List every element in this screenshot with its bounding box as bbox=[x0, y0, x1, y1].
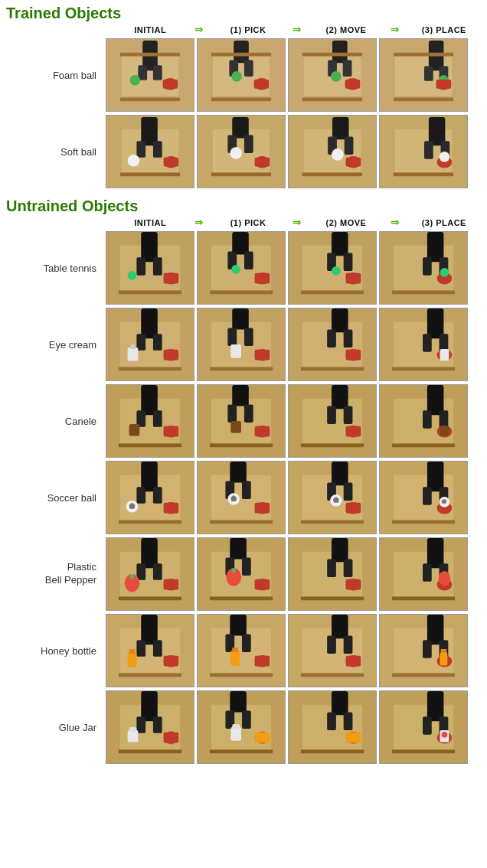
robot-img-soccer-pick bbox=[197, 461, 286, 534]
svg-rect-139 bbox=[427, 308, 444, 338]
svg-rect-70 bbox=[424, 141, 433, 159]
svg-rect-28 bbox=[302, 97, 362, 101]
list-item: Canele bbox=[0, 384, 487, 458]
robot-img-tennis-pick bbox=[197, 231, 286, 305]
robot-img-honey-pick bbox=[197, 614, 286, 687]
svg-rect-14 bbox=[244, 60, 253, 77]
svg-rect-319 bbox=[301, 749, 364, 753]
svg-rect-263 bbox=[119, 673, 181, 677]
svg-rect-259 bbox=[128, 652, 137, 667]
arrow-2: ⇒ bbox=[293, 24, 302, 35]
svg-rect-328 bbox=[392, 749, 455, 753]
svg-rect-268 bbox=[242, 634, 251, 652]
svg-rect-33 bbox=[424, 66, 433, 81]
robot-img-canele-move bbox=[288, 384, 377, 458]
svg-rect-100 bbox=[346, 273, 361, 284]
svg-point-25 bbox=[331, 71, 342, 82]
svg-rect-136 bbox=[301, 367, 364, 370]
trained-header: INITIAL ⇒ (1) PICK ⇒ (2) MOVE ⇒ (3) PLAC… bbox=[107, 24, 487, 35]
svg-rect-280 bbox=[346, 656, 361, 667]
robot-img-eyecream-place bbox=[379, 308, 468, 381]
svg-rect-237 bbox=[210, 596, 273, 600]
svg-rect-166 bbox=[327, 406, 336, 424]
svg-rect-91 bbox=[255, 273, 270, 284]
svg-rect-245 bbox=[301, 596, 364, 600]
robot-img-tennis-move bbox=[288, 231, 377, 305]
svg-rect-101 bbox=[301, 290, 364, 294]
svg-rect-222 bbox=[153, 563, 162, 580]
svg-rect-162 bbox=[210, 443, 273, 447]
svg-rect-12 bbox=[234, 41, 249, 63]
svg-rect-19 bbox=[211, 53, 271, 57]
svg-rect-304 bbox=[230, 691, 247, 712]
svg-rect-249 bbox=[423, 563, 432, 582]
svg-point-89 bbox=[231, 265, 240, 274]
robot-img-soccer-place bbox=[379, 461, 468, 534]
svg-rect-116 bbox=[131, 344, 136, 349]
robot-img-honey-place bbox=[379, 614, 468, 687]
svg-rect-217 bbox=[392, 520, 455, 524]
untrained-section: Untrained Objects INITIAL ⇒ (1) PICK ⇒ (… bbox=[0, 191, 487, 764]
svg-rect-260 bbox=[129, 649, 136, 654]
svg-rect-183 bbox=[153, 487, 162, 504]
object-label-pepper: PlasticBell Pepper bbox=[0, 561, 106, 587]
svg-rect-301 bbox=[119, 749, 181, 753]
arrow-1: ⇒ bbox=[194, 24, 204, 35]
robot-img-pepper-move bbox=[288, 537, 377, 611]
robot-img-foam-pick bbox=[197, 38, 286, 112]
svg-rect-193 bbox=[242, 481, 251, 499]
svg-rect-24 bbox=[343, 60, 352, 77]
svg-rect-203 bbox=[344, 482, 353, 501]
svg-rect-66 bbox=[302, 172, 362, 176]
robot-img-honey-initial bbox=[106, 614, 194, 687]
svg-point-5 bbox=[130, 75, 141, 86]
svg-rect-197 bbox=[255, 503, 270, 514]
svg-rect-113 bbox=[136, 334, 145, 351]
svg-rect-318 bbox=[346, 733, 361, 743]
svg-rect-56 bbox=[255, 158, 270, 167]
svg-rect-315 bbox=[327, 712, 336, 730]
object-label-tennis: Table tennis bbox=[0, 263, 106, 274]
svg-rect-153 bbox=[119, 443, 181, 447]
svg-rect-123 bbox=[227, 328, 237, 346]
svg-rect-182 bbox=[136, 487, 145, 504]
svg-rect-143 bbox=[440, 349, 449, 361]
svg-rect-289 bbox=[441, 649, 447, 653]
svg-rect-306 bbox=[242, 710, 251, 729]
svg-rect-285 bbox=[423, 640, 432, 658]
svg-rect-161 bbox=[255, 426, 270, 437]
svg-rect-165 bbox=[332, 385, 348, 409]
robot-img-tennis-place bbox=[379, 231, 468, 305]
svg-rect-316 bbox=[344, 712, 353, 730]
svg-point-54 bbox=[230, 147, 242, 159]
svg-rect-105 bbox=[423, 257, 432, 276]
robot-img-pepper-pick bbox=[197, 537, 286, 611]
object-label-foam: Foam ball bbox=[0, 70, 106, 81]
svg-rect-226 bbox=[164, 579, 179, 590]
list-item: Soft ball bbox=[0, 115, 487, 188]
svg-rect-82 bbox=[164, 273, 179, 284]
svg-rect-308 bbox=[232, 724, 240, 729]
svg-rect-51 bbox=[232, 117, 249, 138]
svg-rect-135 bbox=[346, 350, 361, 361]
svg-rect-7 bbox=[163, 80, 178, 89]
image-strip-glue bbox=[106, 690, 468, 764]
svg-rect-201 bbox=[332, 462, 348, 485]
object-label-glue: Glue Jar bbox=[0, 722, 106, 733]
svg-rect-224 bbox=[131, 574, 134, 579]
svg-rect-115 bbox=[128, 348, 139, 361]
svg-rect-132 bbox=[327, 329, 336, 348]
robot-img-honey-move bbox=[288, 614, 377, 687]
svg-rect-169 bbox=[346, 426, 361, 437]
robot-img-eyecream-move bbox=[288, 308, 377, 381]
header-place: (3) PLACE bbox=[401, 25, 487, 34]
svg-rect-114 bbox=[153, 334, 162, 351]
svg-rect-83 bbox=[119, 290, 181, 294]
untrained-title: Untrained Objects bbox=[0, 191, 487, 217]
svg-rect-269 bbox=[230, 651, 240, 666]
svg-rect-167 bbox=[344, 406, 353, 424]
robot-img-glue-place bbox=[379, 690, 468, 764]
svg-rect-178 bbox=[392, 443, 455, 447]
svg-rect-240 bbox=[332, 538, 348, 562]
untrained-header: INITIAL ⇒ (1) PICK ⇒ (2) MOVE ⇒ (3) PLAC… bbox=[107, 217, 487, 228]
